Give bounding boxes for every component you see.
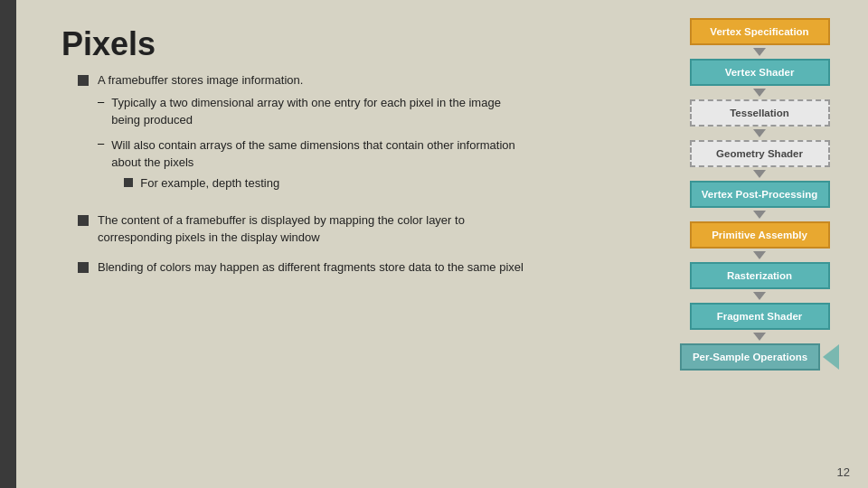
arrow-5: [753, 251, 766, 259]
bullet-text-1: A framebuffer stores image information.: [98, 72, 530, 89]
arrow-3: [753, 170, 766, 178]
left-sidebar: [0, 0, 16, 488]
bullet-square-2: [78, 215, 89, 226]
per-sample-side-arrow: [823, 344, 839, 370]
bullet-square-small: [124, 178, 133, 187]
sub-bullet-text-1-1: Typically a two dimensional array with o…: [111, 95, 530, 129]
bullet-item-2: The content of a framebuffer is displaye…: [78, 212, 530, 247]
bullet-square-1: [78, 75, 89, 86]
bullet-item-3: Blending of colors may happen as differe…: [78, 259, 530, 277]
pipeline-vertex-post-processing: Vertex Post-Processing: [690, 181, 830, 208]
sub-bullet-1-2: – Will also contain arrays of the same d…: [98, 136, 530, 193]
arrow-0: [753, 48, 766, 56]
page-number: 12: [837, 465, 850, 479]
sub-bullet-1-1: – Typically a two dimensional array with…: [98, 95, 530, 129]
pipeline-geometry-shader: Geometry Shader: [690, 140, 830, 167]
arrow-6: [753, 292, 766, 300]
arrow-1: [753, 89, 766, 97]
pipeline-primitive-assembly: Primitive Assembly: [690, 221, 830, 249]
arrow-7: [753, 333, 766, 341]
dash-1-2: –: [98, 136, 104, 150]
bullets-area: A framebuffer stores image information. …: [78, 72, 530, 289]
pipeline-vertex-specification: Vertex Specification: [690, 18, 830, 45]
pipeline-tessellation: Tessellation: [690, 99, 830, 127]
pipeline-per-sample-operations: Per-Sample Operations: [680, 343, 820, 371]
pipeline-rasterization: Rasterization: [690, 262, 830, 289]
pipeline-diagram: Vertex Specification Vertex Shader Tesse…: [678, 18, 841, 371]
sub-bullets-1: – Typically a two dimensional array with…: [98, 95, 530, 192]
pipeline-vertex-shader: Vertex Shader: [690, 59, 830, 86]
sub-sub-bullet-1: For example, depth testing: [124, 175, 530, 192]
per-sample-row: Per-Sample Operations: [680, 343, 839, 371]
sub-sub-text-1: For example, depth testing: [140, 175, 279, 192]
bullet-text-2: The content of a framebuffer is displaye…: [98, 212, 530, 247]
dash-1-1: –: [98, 95, 104, 108]
bullet-square-3: [78, 262, 89, 273]
bullet-text-3: Blending of colors may happen as differe…: [98, 259, 524, 277]
arrow-4: [753, 211, 766, 219]
main-content: Pixels A framebuffer stores image inform…: [16, 0, 868, 488]
bullet-item-1: A framebuffer stores image information. …: [78, 72, 530, 200]
arrow-2: [753, 129, 766, 137]
pipeline-fragment-shader: Fragment Shader: [690, 303, 830, 330]
sub-bullet-text-1-2: Will also contain arrays of the same dim…: [111, 138, 515, 170]
